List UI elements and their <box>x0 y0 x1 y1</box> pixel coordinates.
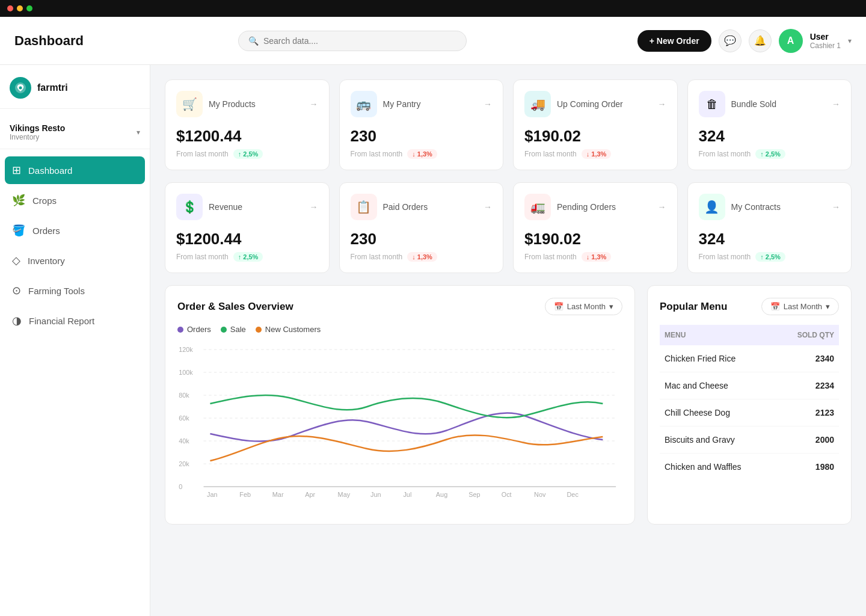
notifications-button[interactable]: 🔔 <box>749 29 772 52</box>
legend-orders-label: Orders <box>187 325 211 334</box>
calendar-icon: 📅 <box>554 302 564 311</box>
svg-text:60k: 60k <box>179 415 189 422</box>
revenue-sub: From last month <box>176 253 229 261</box>
bottom-section: Order & Sales Overview 📅 Last Month ▾ Or… <box>165 285 852 525</box>
new-order-button[interactable]: + New Order <box>637 30 711 52</box>
legend-orders: Orders <box>177 325 211 334</box>
new-customers-dot <box>256 327 262 333</box>
search-bar[interactable]: 🔍 <box>238 31 467 51</box>
sidebar-item-label: Crops <box>32 196 57 206</box>
revenue-title: Revenue <box>209 202 242 212</box>
popular-menu-filter-button[interactable]: 📅 Last Month ▾ <box>761 298 839 315</box>
bundle-sold-title: Bundle Sold <box>731 99 777 109</box>
menu-qty: 2340 <box>776 345 839 372</box>
legend-sale-label: Sale <box>230 325 246 334</box>
pending-orders-sub: From last month <box>524 253 577 261</box>
my-pantry-badge: ↓ 1,3% <box>407 149 437 159</box>
sidebar-item-financial-report[interactable]: ◑ Financial Report <box>0 307 150 334</box>
stats-row-2: 💲 Revenue → $1200.44 From last month ↑ 2… <box>165 182 852 273</box>
my-pantry-value: 230 <box>351 127 493 146</box>
stat-card-paid-orders: 📋 Paid Orders → 230 From last month ↓ 1,… <box>339 182 504 273</box>
menu-qty: 2123 <box>776 399 839 427</box>
chart-title: Order & Sales Overview <box>177 301 293 313</box>
orders-dot <box>177 327 183 333</box>
menu-qty: 1980 <box>776 454 839 481</box>
my-pantry-icon: 🚌 <box>351 91 377 117</box>
sidebar: farmtri Vikings Resto Inventory ▾ ⊞ Dash… <box>0 65 150 616</box>
paid-orders-arrow[interactable]: → <box>484 202 492 212</box>
svg-text:Sep: Sep <box>468 491 481 498</box>
popular-filter-chevron: ▾ <box>826 302 830 311</box>
menu-col-header: MENU <box>660 325 776 345</box>
pending-orders-value: $190.02 <box>524 230 666 248</box>
stat-card-revenue: 💲 Revenue → $1200.44 From last month ↑ 2… <box>165 182 330 273</box>
menu-name: Chill Cheese Dog <box>660 399 776 427</box>
orders-icon: 🪣 <box>12 224 25 237</box>
stat-card-my-contracts: 👤 My Contracts → 324 From last month ↑ 2… <box>687 182 852 273</box>
svg-text:40k: 40k <box>179 438 189 445</box>
my-contracts-arrow[interactable]: → <box>832 202 840 212</box>
workspace-selector[interactable]: Vikings Resto Inventory ▾ <box>0 116 150 149</box>
my-products-badge: ↑ 2,5% <box>233 149 263 159</box>
bundle-sold-icon: 🗑 <box>699 91 725 117</box>
dashboard-icon: ⊞ <box>12 164 21 177</box>
upcoming-order-badge: ↓ 1,3% <box>582 149 612 159</box>
chart-area: 120k 100k 80k 60k 40k 20k 0 <box>177 343 622 512</box>
sidebar-item-crops[interactable]: 🌿 Crops <box>0 186 150 214</box>
my-pantry-arrow[interactable]: → <box>484 99 492 109</box>
pending-orders-badge: ↓ 1,3% <box>582 252 612 262</box>
search-input[interactable] <box>263 36 456 46</box>
maximize-dot[interactable] <box>26 5 32 11</box>
sidebar-item-dashboard[interactable]: ⊞ Dashboard <box>5 156 145 184</box>
my-contracts-sub: From last month <box>699 253 751 261</box>
my-products-value: $1200.44 <box>176 127 318 146</box>
messages-button[interactable]: 💬 <box>719 29 742 52</box>
chart-svg: 120k 100k 80k 60k 40k 20k 0 <box>177 343 622 512</box>
my-products-arrow[interactable]: → <box>310 99 318 109</box>
bundle-sold-arrow[interactable]: → <box>832 99 840 109</box>
paid-orders-sub: From last month <box>351 253 403 261</box>
my-products-icon: 🛒 <box>176 91 203 117</box>
table-row: Mac and Cheese 2234 <box>660 372 839 399</box>
sidebar-item-label: Orders <box>32 226 60 236</box>
svg-text:Apr: Apr <box>305 491 315 498</box>
svg-point-1 <box>19 87 22 90</box>
popular-menu-title: Popular Menu <box>660 301 727 313</box>
user-menu-chevron[interactable]: ▾ <box>848 37 852 45</box>
paid-orders-title: Paid Orders <box>383 202 428 212</box>
my-products-title: My Products <box>209 99 256 109</box>
svg-text:Aug: Aug <box>436 491 448 498</box>
bundle-sold-sub: From last month <box>699 150 751 158</box>
sidebar-item-farming-tools[interactable]: ⊙ Farming Tools <box>0 277 150 304</box>
upcoming-order-arrow[interactable]: → <box>658 99 666 109</box>
svg-text:Jun: Jun <box>370 491 381 498</box>
svg-text:120k: 120k <box>179 346 193 353</box>
svg-text:Nov: Nov <box>534 491 546 498</box>
chart-filter-button[interactable]: 📅 Last Month ▾ <box>545 298 622 315</box>
menu-name: Chicken and Waffles <box>660 454 776 481</box>
popular-menu-card: Popular Menu 📅 Last Month ▾ MENU SOLD QT… <box>647 285 852 525</box>
workspace-chevron-icon: ▾ <box>137 128 140 137</box>
sidebar-item-inventory[interactable]: ◇ Inventory <box>0 247 150 274</box>
revenue-arrow[interactable]: → <box>310 202 318 212</box>
page-title: Dashboard <box>14 33 147 49</box>
upcoming-order-title: Up Coming Order <box>557 99 623 109</box>
popular-menu-header: Popular Menu 📅 Last Month ▾ <box>660 298 839 315</box>
financial-report-icon: ◑ <box>12 314 22 327</box>
search-icon: 🔍 <box>248 36 259 46</box>
table-row: Chicken and Waffles 1980 <box>660 454 839 481</box>
pending-orders-arrow[interactable]: → <box>658 202 666 212</box>
svg-text:Oct: Oct <box>502 491 512 498</box>
revenue-value: $1200.44 <box>176 230 318 248</box>
stat-card-my-products: 🛒 My Products → $1200.44 From last month… <box>165 79 330 170</box>
chart-header: Order & Sales Overview 📅 Last Month ▾ <box>177 298 622 315</box>
chart-filter-chevron: ▾ <box>609 302 613 311</box>
svg-text:Mar: Mar <box>272 491 284 498</box>
paid-orders-icon: 📋 <box>351 194 377 220</box>
my-contracts-icon: 👤 <box>699 194 725 220</box>
close-dot[interactable] <box>7 5 13 11</box>
minimize-dot[interactable] <box>17 5 23 11</box>
sidebar-item-label: Farming Tools <box>28 286 85 296</box>
chart-card: Order & Sales Overview 📅 Last Month ▾ Or… <box>165 285 635 525</box>
sidebar-item-orders[interactable]: 🪣 Orders <box>0 217 150 244</box>
